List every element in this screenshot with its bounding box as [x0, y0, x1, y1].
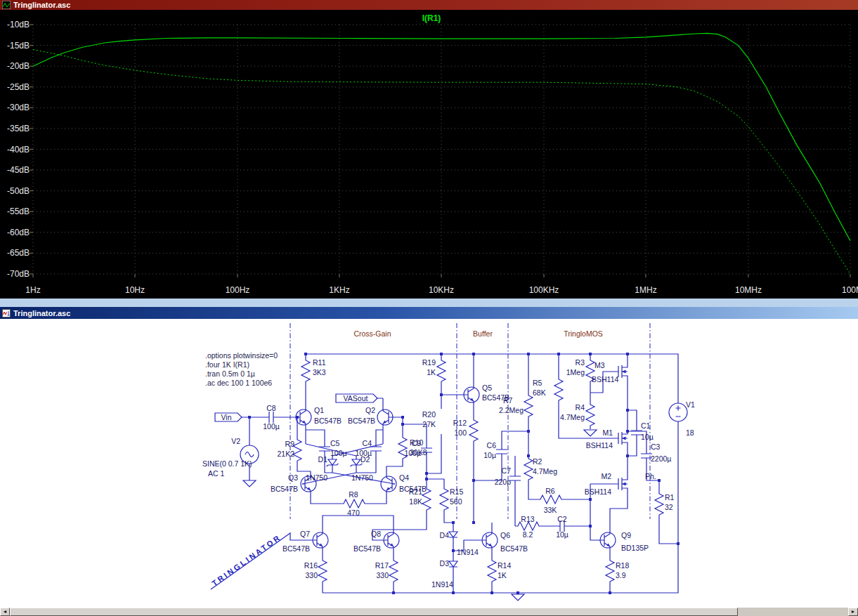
C3-value: 2200µ	[651, 454, 671, 463]
Q6-symbol[interactable]	[482, 527, 498, 553]
C6-symbol[interactable]	[496, 440, 507, 464]
C1-name: C1	[641, 421, 651, 430]
R6-symbol[interactable]	[538, 495, 563, 504]
R6-value: 33K	[544, 506, 557, 514]
Q1-symbol[interactable]	[296, 405, 311, 430]
D1-symbol[interactable]	[327, 456, 339, 473]
y-tick-6: -40dB	[7, 145, 30, 155]
Q4-name: Q4	[399, 473, 409, 482]
y-tick-4: -30dB	[7, 103, 30, 112]
Q9-symbol[interactable]	[600, 527, 616, 553]
D3-name: D3	[440, 559, 450, 568]
R2-value: 4.7Meg	[533, 467, 557, 476]
y-tick-10: -60dB	[7, 228, 30, 237]
R8-name: R8	[349, 490, 358, 499]
Q6-name: Q6	[500, 531, 510, 539]
R5-name: R5	[533, 379, 542, 387]
gnd-main-icon[interactable]	[512, 594, 524, 601]
trace-legend-label[interactable]: I(R1)	[422, 13, 441, 23]
R14-symbol[interactable]	[488, 558, 496, 583]
R12-symbol[interactable]	[469, 417, 478, 443]
M2-name: M2	[601, 472, 611, 480]
R2-symbol[interactable]	[524, 456, 533, 481]
R17-value: 330	[376, 571, 389, 579]
V1-symbol[interactable]	[669, 403, 687, 421]
Q4-symbol[interactable]	[381, 471, 396, 497]
x-tick-1: 10Hz	[125, 285, 145, 295]
R18-symbol[interactable]	[606, 558, 614, 583]
R17-name: R17	[375, 561, 389, 570]
R1-value: 32	[665, 503, 673, 511]
directive-ac[interactable]: .ac dec 100 1 100e6	[205, 379, 272, 387]
R15-value: 560	[450, 497, 462, 506]
R19-symbol[interactable]	[437, 358, 446, 383]
C7-value: 220p	[495, 478, 512, 486]
M2-symbol[interactable]	[616, 473, 628, 495]
scrollbar-thumb[interactable]	[10, 608, 738, 616]
gnd-r4-icon[interactable]	[584, 430, 597, 436]
horizontal-scrollbar[interactable]: ◄ ►	[0, 608, 858, 616]
scroll-left-button[interactable]: ◄	[0, 608, 10, 616]
R4-symbol[interactable]	[586, 402, 594, 427]
directive-four[interactable]: .four 1K I(R1)	[205, 360, 249, 369]
Q2-name: Q2	[365, 406, 375, 414]
R7-symbol[interactable]	[524, 393, 533, 418]
scroll-right-button[interactable]: ►	[848, 608, 858, 616]
directive-options[interactable]: .options plotwinsize=0	[205, 351, 278, 360]
R11-symbol[interactable]	[301, 358, 310, 383]
Q5-value: BC547B	[482, 393, 509, 402]
x-tick-2: 100Hz	[226, 285, 250, 295]
net-flags[interactable]: Vin VASout Ph.	[215, 394, 656, 480]
R1-symbol[interactable]	[655, 491, 663, 516]
Q8-symbol[interactable]	[384, 527, 399, 553]
D4-value: 1N914	[457, 548, 479, 556]
tringlinator-banner: TRINGLINATOR	[210, 532, 282, 587]
M1-symbol[interactable]	[616, 427, 628, 450]
D3-symbol[interactable]	[449, 558, 457, 575]
C7-symbol[interactable]	[509, 466, 521, 490]
wave-window-titlebar[interactable]: Tringlinator.asc	[0, 0, 858, 10]
y-axis-labels: -10dB -15dB -20dB -25dB -30dB -35dB -40d…	[7, 20, 30, 279]
R11-value: 3K3	[313, 368, 326, 376]
schematic-canvas[interactable]: Vin VASout Ph. Cross-Gain Buffer Tringlo…	[0, 319, 858, 608]
directive-tran[interactable]: .tran 0.5m 0 1µ	[205, 369, 255, 378]
vin-flag-label[interactable]: Vin	[221, 413, 232, 421]
V2-value: SINE(0 0.7 1K)	[202, 459, 252, 468]
M1-name: M1	[602, 428, 613, 437]
C5-name: C5	[330, 439, 340, 447]
R3-value: 1Meg	[566, 368, 585, 376]
R5-symbol[interactable]	[554, 376, 563, 402]
R9-value: 21K2	[277, 450, 294, 458]
V1-name: V1	[686, 400, 695, 409]
R4-name: R4	[576, 403, 585, 412]
x-tick-4: 10KHz	[429, 285, 454, 295]
D3-value: 1N914	[431, 580, 453, 589]
R16-symbol[interactable]	[318, 558, 327, 583]
ph-flag-label[interactable]: Ph.	[645, 472, 656, 480]
D1-name: D1	[318, 455, 328, 464]
R15-symbol[interactable]	[440, 486, 448, 511]
gnd-v2-icon[interactable]	[243, 480, 256, 487]
x-axis-labels: 1Hz 10Hz 100Hz 1KHz 10KHz 100KHz 1MHz 10…	[25, 285, 858, 295]
schematic-window-title: Tringlinator.asc	[13, 309, 70, 317]
C8-value: 100µ	[263, 422, 280, 431]
Q3-name: Q3	[288, 473, 298, 482]
Q2-symbol[interactable]	[377, 405, 393, 430]
C8-symbol[interactable]	[259, 412, 283, 423]
R8-symbol[interactable]	[341, 499, 366, 508]
Q7-symbol[interactable]	[313, 527, 328, 553]
C8-name: C8	[266, 404, 276, 412]
Q5-symbol[interactable]	[464, 382, 479, 407]
R17-symbol[interactable]	[389, 558, 398, 583]
component-labels: R11 3K3 R19 1K R3 1Meg M3 BSH114 R5 68K …	[202, 358, 695, 589]
section-tringlomos: TringloMOS	[564, 329, 603, 338]
vasout-flag-label[interactable]: VASout	[344, 394, 368, 402]
schematic-window-titlebar[interactable]: Tringlinator.asc	[0, 307, 858, 319]
section-buffer: Buffer	[473, 329, 493, 338]
C4-symbol[interactable]	[370, 437, 382, 461]
D4-symbol[interactable]	[449, 528, 457, 545]
window-gap-strip	[0, 299, 858, 307]
M3-name: M3	[594, 361, 605, 369]
waveform-plot-area[interactable]: I(R1) -10dB -15dB -20dB -25dB -30dB -35d…	[0, 10, 858, 299]
R7-value: 2.2Meg	[499, 406, 524, 414]
